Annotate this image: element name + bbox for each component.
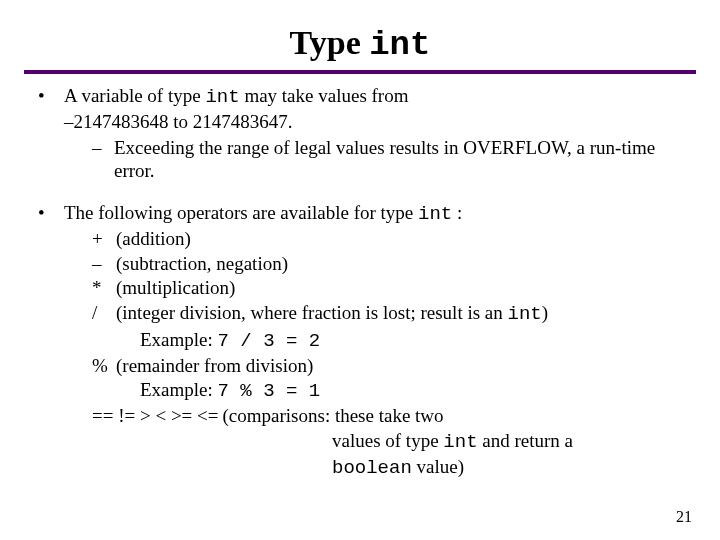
title-prefix: Type	[290, 24, 370, 61]
op-star-sym: *	[92, 276, 116, 300]
bullet-range-sub: Exceeding the range of legal values resu…	[64, 136, 690, 184]
op-plus: + (addition)	[92, 227, 690, 251]
slide: Type int A variable of type int may take…	[0, 0, 720, 540]
op-minus-desc: (subtraction, negation)	[116, 252, 690, 276]
op-cmp-line2: values of type int and return a	[92, 429, 690, 455]
op-slash-example: Example: 7 / 3 = 2	[92, 328, 690, 354]
slide-title: Type int	[24, 24, 696, 64]
op-pct-example: Example: 7 % 3 = 1	[92, 378, 690, 404]
title-code: int	[369, 26, 430, 64]
bullet-range: A variable of type int may take values f…	[38, 84, 690, 183]
op-cmp: == != > < >= <= (comparisons: these take…	[92, 404, 690, 428]
op-slash-desc: (integer division, where fraction is los…	[116, 301, 690, 327]
op-pct: % (remainder from division)	[92, 354, 690, 378]
bullet-operators-intro: The following operators are available fo…	[64, 202, 462, 223]
op-pct-desc: (remainder from division)	[116, 354, 690, 378]
op-star: * (multiplication)	[92, 276, 690, 300]
title-underline	[24, 70, 696, 74]
op-minus-sym: –	[92, 252, 116, 276]
overflow-note: Exceeding the range of legal values resu…	[92, 136, 690, 184]
op-slash: / (integer division, where fraction is l…	[92, 301, 690, 327]
op-pct-sym: %	[92, 354, 116, 378]
bullet-operators: The following operators are available fo…	[38, 201, 690, 480]
op-cmp-line1: (comparisons: these take two	[223, 404, 690, 428]
op-minus: – (subtraction, negation)	[92, 252, 690, 276]
op-plus-desc: (addition)	[116, 227, 690, 251]
operator-list: + (addition) – (subtraction, negation) *…	[64, 227, 690, 481]
op-slash-sym: /	[92, 301, 116, 325]
op-cmp-line3: boolean value)	[92, 455, 690, 481]
bullet-range-text: A variable of type int may take values f…	[64, 85, 408, 132]
op-star-desc: (multiplication)	[116, 276, 690, 300]
content-list: A variable of type int may take values f…	[24, 84, 696, 480]
op-plus-sym: +	[92, 227, 116, 251]
page-number: 21	[676, 508, 692, 526]
op-cmp-sym: == != > < >= <=	[92, 404, 223, 428]
